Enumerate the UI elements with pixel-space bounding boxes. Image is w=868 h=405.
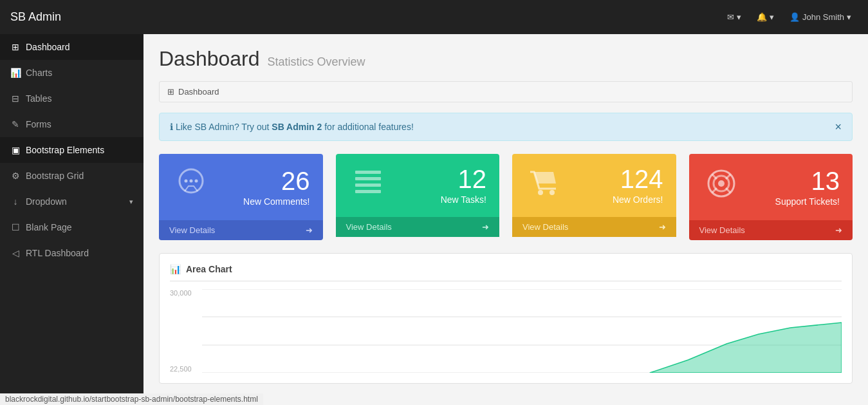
user-icon: 👤 — [790, 12, 800, 22]
forms-icon: ✎ — [10, 119, 21, 129]
sidebar-item-charts[interactable]: 📊 Charts — [0, 60, 143, 86]
sidebar-item-dropdown[interactable]: ↓ Dropdown ▾ — [0, 189, 143, 214]
user-caret-icon: ▾ — [847, 12, 851, 22]
comments-view-details-link[interactable]: View Details ➜ — [169, 225, 313, 235]
card-tasks-stat: 12 New Tasks! — [441, 166, 486, 205]
dropdown-caret: ▾ — [129, 198, 133, 206]
comments-number: 26 — [243, 168, 309, 194]
tasks-label: New Tasks! — [441, 194, 486, 205]
tickets-arrow-icon: ➜ — [835, 225, 842, 235]
svg-point-2 — [190, 180, 193, 183]
sidebar-label-forms: Forms — [26, 119, 51, 129]
svg-rect-4 — [355, 171, 381, 174]
card-tasks: 12 New Tasks! View Details ➜ — [336, 154, 500, 240]
card-tickets-stat: 13 Support Tickets! — [775, 168, 840, 207]
sidebar-label-blank-page: Blank Page — [26, 222, 72, 232]
tickets-icon — [702, 164, 741, 210]
sidebar-item-bootstrap-elements[interactable]: ▣ Bootstrap Elements — [0, 137, 143, 163]
orders-view-details-text: View Details — [522, 222, 568, 232]
user-name-label: John Smith — [802, 12, 844, 22]
dropdown-icon: ↓ — [10, 196, 21, 207]
orders-view-details-link[interactable]: View Details ➜ — [522, 222, 666, 232]
card-comments: 26 New Comments! View Details ➜ — [159, 154, 323, 240]
sidebar: ⊞ Dashboard 📊 Charts ⊟ Tables ✎ Forms ▣ … — [0, 34, 143, 405]
bell-caret: ▾ — [770, 12, 774, 22]
chart-y-labels: 30,000 22,500 — [170, 289, 202, 373]
tickets-label: Support Tickets! — [775, 196, 840, 207]
tasks-view-details-link[interactable]: View Details ➜ — [346, 222, 490, 232]
card-tasks-top: 12 New Tasks! — [336, 154, 500, 217]
svg-rect-7 — [355, 190, 381, 193]
sidebar-item-blank-page[interactable]: ☐ Blank Page — [0, 214, 143, 240]
card-orders: 124 New Orders! View Details ➜ — [512, 154, 676, 240]
card-orders-bottom[interactable]: View Details ➜ — [512, 217, 676, 237]
tickets-number: 13 — [775, 168, 840, 194]
bell-icon: 🔔 — [757, 12, 767, 22]
card-tasks-bottom[interactable]: View Details ➜ — [336, 217, 500, 237]
sidebar-item-tables[interactable]: ⊟ Tables — [0, 86, 143, 111]
svg-rect-6 — [355, 184, 381, 187]
bootstrap-elements-icon: ▣ — [10, 145, 21, 155]
card-tickets-top: 13 Support Tickets! — [689, 154, 853, 220]
alert-close-button[interactable]: × — [835, 121, 842, 133]
main-content: Dashboard Statistics Overview ⊞ Dashboar… — [143, 34, 868, 405]
comments-view-details-text: View Details — [169, 225, 215, 235]
breadcrumb: ⊞ Dashboard — [159, 81, 853, 102]
sidebar-item-dashboard[interactable]: ⊞ Dashboard — [0, 34, 143, 60]
orders-arrow-icon: ➜ — [659, 222, 666, 232]
comments-arrow-icon: ➜ — [306, 225, 313, 235]
svg-point-16 — [718, 180, 725, 187]
notifications-button[interactable]: 🔔 ▾ — [750, 8, 780, 26]
chart-area: 30,000 22,500 — [170, 289, 842, 373]
breadcrumb-label: Dashboard — [178, 87, 219, 97]
bootstrap-grid-icon: ⚙ — [10, 171, 21, 181]
tasks-view-details-text: View Details — [346, 222, 392, 232]
alert-link[interactable]: SB Admin 2 — [272, 122, 322, 132]
sidebar-label-charts: Charts — [26, 68, 52, 78]
info-alert: ℹ Like SB Admin? Try out SB Admin 2 for … — [159, 113, 853, 141]
svg-rect-5 — [355, 177, 381, 180]
topnav-right: ✉ ▾ 🔔 ▾ 👤 John Smith ▾ — [721, 8, 858, 26]
tasks-icon — [349, 164, 387, 207]
chart-plot — [202, 289, 842, 373]
y-label-22500: 22,500 — [170, 365, 197, 373]
page-title: Dashboard — [159, 47, 260, 71]
sidebar-label-dashboard: Dashboard — [26, 42, 70, 52]
alert-text: ℹ Like SB Admin? Try out SB Admin 2 for … — [170, 122, 414, 132]
comments-label: New Comments! — [243, 196, 309, 207]
sidebar-label-tables: Tables — [26, 93, 51, 104]
mail-button[interactable]: ✉ ▾ — [721, 8, 748, 26]
area-chart-card: 📊 Area Chart 30,000 22,500 — [159, 253, 853, 384]
card-comments-top: 26 New Comments! — [159, 154, 323, 220]
card-tickets-bottom[interactable]: View Details ➜ — [689, 220, 853, 240]
alert-info-icon: ℹ — [170, 122, 173, 132]
card-comments-bottom[interactable]: View Details ➜ — [159, 220, 323, 240]
comments-icon — [172, 164, 210, 210]
sidebar-item-rtl-dashboard[interactable]: ◁ RTL Dashboard — [0, 240, 143, 266]
rtl-icon: ◁ — [10, 248, 21, 258]
tasks-arrow-icon: ➜ — [482, 222, 489, 232]
mail-icon: ✉ — [727, 12, 734, 22]
user-menu-button[interactable]: 👤 John Smith ▾ — [783, 8, 858, 26]
sidebar-item-bootstrap-grid[interactable]: ⚙ Bootstrap Grid — [0, 163, 143, 189]
sidebar-label-bootstrap-grid: Bootstrap Grid — [26, 171, 84, 181]
charts-icon: 📊 — [10, 68, 21, 78]
brand-logo[interactable]: SB Admin — [10, 10, 152, 24]
tables-icon: ⊟ — [10, 93, 21, 104]
tickets-view-details-link[interactable]: View Details ➜ — [699, 225, 843, 235]
orders-number: 124 — [613, 166, 663, 192]
mail-caret: ▾ — [737, 12, 741, 22]
tickets-view-details-text: View Details — [699, 225, 745, 235]
chart-title: 📊 Area Chart — [170, 264, 842, 281]
svg-point-8 — [538, 190, 543, 195]
chart-title-label: Area Chart — [186, 264, 232, 274]
stats-cards: 26 New Comments! View Details ➜ — [159, 154, 853, 240]
orders-label: New Orders! — [613, 194, 663, 205]
svg-point-1 — [185, 180, 188, 183]
y-label-30000: 30,000 — [170, 289, 197, 297]
card-orders-top: 124 New Orders! — [512, 154, 676, 217]
chart-icon: 📊 — [170, 264, 181, 274]
sidebar-label-dropdown: Dropdown — [26, 196, 67, 207]
sidebar-item-forms[interactable]: ✎ Forms — [0, 111, 143, 137]
status-url: blackrockdigital.github.io/startbootstra… — [5, 395, 258, 404]
